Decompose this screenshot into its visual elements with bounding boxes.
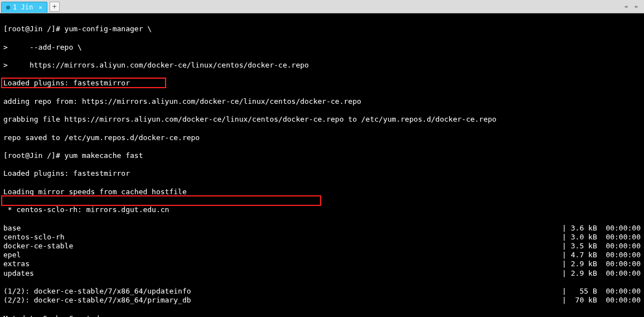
term-line: * centos-sclo-rh: mirrors.dgut.edu.cn [3,205,641,214]
tab-bar: 1 Jin × + ◄ ► [0,0,644,13]
tab-jin[interactable]: 1 Jin × [1,2,47,13]
term-line: [root@Jin /]# yum-config-manager \ [3,25,641,33]
tab-status-dot [6,6,10,9]
download-line: (1/2): docker-ce-stable/7/x86_64/updatei… [3,287,641,296]
repo-line: extras| 2.9 kB 00:00:00 [3,260,641,268]
repo-line: docker-ce-stable| 3.5 kB 00:00:00 [3,242,641,251]
download-line: (2/2): docker-ce-stable/7/x86_64/primary… [3,296,641,305]
term-line: Loading mirror speeds from cached hostfi… [3,188,641,196]
term-line: > --add-repo \ [3,43,641,52]
repo-line: base| 3.6 kB 00:00:00 [3,224,641,233]
term-line: [root@Jin /]# yum makecache fast [3,151,641,160]
term-line: repo saved to /etc/yum.repos.d/docker-ce… [3,133,641,142]
tab-nav: ◄ ► [621,2,642,11]
term-line: adding repo from: https://mirrors.aliyun… [3,97,641,106]
repo-line: epel| 4.7 kB 00:00:00 [3,251,641,260]
term-line: Metadata Cache Created [3,314,641,317]
tab-close-icon[interactable]: × [38,4,42,11]
tab-label: 1 Jin [13,3,33,11]
nav-right-icon[interactable]: ► [632,2,642,11]
tab-add-button[interactable]: + [50,2,60,12]
highlight-box-2 [1,195,321,206]
term-line: > https://mirrors.aliyun.com/docker-ce/l… [3,61,641,70]
term-line: Loaded plugins: fastestmirror [3,79,641,88]
term-line: grabbing file https://mirrors.aliyun.com… [3,115,641,124]
terminal[interactable]: [root@Jin /]# yum-config-manager \ > --a… [0,13,644,317]
nav-left-icon[interactable]: ◄ [621,2,631,11]
term-line: Loaded plugins: fastestmirror [3,169,641,178]
repo-line: centos-sclo-rh| 3.0 kB 00:00:00 [3,233,641,242]
repo-line: updates| 2.9 kB 00:00:00 [3,269,641,278]
